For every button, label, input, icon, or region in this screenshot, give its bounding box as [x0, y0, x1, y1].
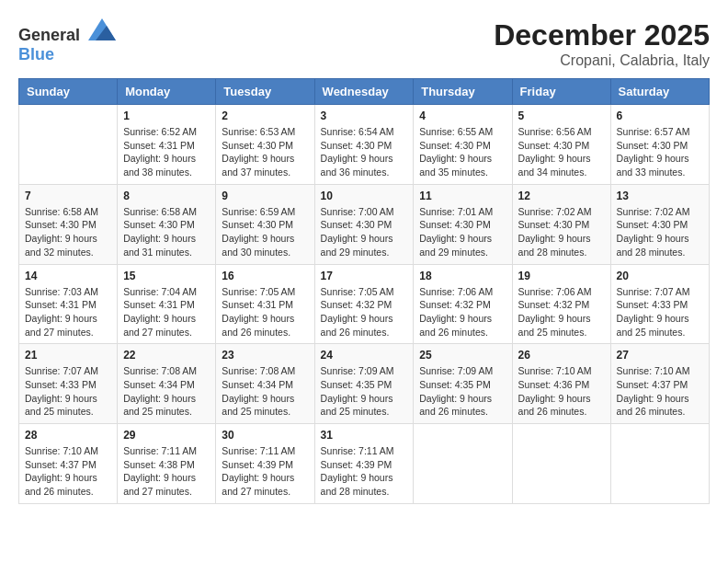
calendar-cell: 20Sunrise: 7:07 AMSunset: 4:33 PMDayligh…: [610, 264, 709, 344]
day-number: 17: [321, 270, 408, 282]
day-info: Sunrise: 7:02 AMSunset: 4:30 PMDaylight:…: [617, 205, 703, 259]
weekday-header-thursday: Thursday: [414, 79, 512, 105]
calendar-week-row: 21Sunrise: 7:07 AMSunset: 4:33 PMDayligh…: [19, 344, 710, 424]
calendar-cell: 2Sunrise: 6:53 AMSunset: 4:30 PMDaylight…: [216, 105, 314, 185]
calendar-cell: 13Sunrise: 7:02 AMSunset: 4:30 PMDayligh…: [610, 184, 709, 264]
calendar-cell: [19, 105, 118, 185]
day-info: Sunrise: 7:08 AMSunset: 4:34 PMDaylight:…: [222, 364, 308, 419]
day-number: 3: [321, 109, 408, 122]
day-number: 2: [222, 109, 308, 122]
day-number: 31: [321, 429, 408, 442]
day-info: Sunrise: 6:56 AMSunset: 4:30 PMDaylight:…: [518, 125, 605, 179]
day-info: Sunrise: 7:08 AMSunset: 4:34 PMDaylight:…: [123, 364, 210, 419]
day-number: 28: [25, 429, 111, 442]
calendar-cell: 30Sunrise: 7:11 AMSunset: 4:39 PMDayligh…: [216, 424, 314, 504]
day-info: Sunrise: 6:57 AMSunset: 4:30 PMDaylight:…: [617, 125, 703, 179]
calendar-cell: 17Sunrise: 7:05 AMSunset: 4:32 PMDayligh…: [314, 264, 414, 344]
day-number: 13: [617, 190, 703, 202]
day-number: 30: [222, 429, 308, 442]
logo-icon: [88, 18, 116, 40]
calendar-cell: 27Sunrise: 7:10 AMSunset: 4:37 PMDayligh…: [610, 344, 709, 424]
day-number: 8: [123, 190, 210, 202]
weekday-header-saturday: Saturday: [610, 79, 709, 105]
day-info: Sunrise: 7:11 AMSunset: 4:38 PMDaylight:…: [123, 444, 210, 499]
day-info: Sunrise: 7:03 AMSunset: 4:31 PMDaylight:…: [25, 285, 111, 339]
weekday-header-tuesday: Tuesday: [216, 79, 314, 105]
day-number: 27: [617, 349, 703, 362]
calendar-cell: 26Sunrise: 7:10 AMSunset: 4:36 PMDayligh…: [512, 344, 610, 424]
calendar-cell: 31Sunrise: 7:11 AMSunset: 4:39 PMDayligh…: [314, 424, 414, 504]
calendar-cell: 4Sunrise: 6:55 AMSunset: 4:30 PMDaylight…: [414, 105, 512, 185]
day-number: 11: [419, 190, 506, 202]
day-number: 16: [222, 270, 308, 282]
day-number: 20: [617, 270, 703, 282]
day-info: Sunrise: 6:55 AMSunset: 4:30 PMDaylight:…: [419, 125, 506, 179]
day-info: Sunrise: 6:54 AMSunset: 4:30 PMDaylight:…: [321, 125, 408, 179]
day-number: 9: [222, 190, 308, 202]
day-number: 19: [518, 270, 605, 282]
day-number: 14: [25, 270, 111, 282]
day-number: 24: [321, 349, 408, 362]
calendar-cell: 29Sunrise: 7:11 AMSunset: 4:38 PMDayligh…: [118, 424, 216, 504]
day-number: 26: [518, 349, 605, 362]
calendar-cell: 3Sunrise: 6:54 AMSunset: 4:30 PMDaylight…: [314, 105, 414, 185]
calendar-cell: 9Sunrise: 6:59 AMSunset: 4:30 PMDaylight…: [216, 184, 314, 264]
calendar-cell: 28Sunrise: 7:10 AMSunset: 4:37 PMDayligh…: [19, 424, 118, 504]
calendar-cell: [512, 424, 610, 504]
calendar-cell: 5Sunrise: 6:56 AMSunset: 4:30 PMDaylight…: [512, 105, 610, 185]
weekday-header-wednesday: Wednesday: [314, 79, 414, 105]
day-info: Sunrise: 7:11 AMSunset: 4:39 PMDaylight:…: [321, 444, 408, 499]
day-number: 21: [25, 349, 111, 362]
day-info: Sunrise: 7:10 AMSunset: 4:37 PMDaylight:…: [25, 444, 111, 499]
calendar-cell: 24Sunrise: 7:09 AMSunset: 4:35 PMDayligh…: [314, 344, 414, 424]
day-info: Sunrise: 6:53 AMSunset: 4:30 PMDaylight:…: [222, 125, 308, 179]
day-info: Sunrise: 6:59 AMSunset: 4:30 PMDaylight:…: [222, 205, 308, 259]
calendar-cell: 23Sunrise: 7:08 AMSunset: 4:34 PMDayligh…: [216, 344, 314, 424]
day-number: 6: [617, 109, 703, 122]
calendar-cell: [414, 424, 512, 504]
day-number: 4: [419, 109, 506, 122]
logo-general: General: [18, 26, 80, 44]
calendar-cell: 7Sunrise: 6:58 AMSunset: 4:30 PMDaylight…: [19, 184, 118, 264]
calendar-cell: 18Sunrise: 7:06 AMSunset: 4:32 PMDayligh…: [414, 264, 512, 344]
calendar-cell: 14Sunrise: 7:03 AMSunset: 4:31 PMDayligh…: [19, 264, 118, 344]
calendar-cell: 15Sunrise: 7:04 AMSunset: 4:31 PMDayligh…: [118, 264, 216, 344]
weekday-header-monday: Monday: [118, 79, 216, 105]
calendar-cell: 16Sunrise: 7:05 AMSunset: 4:31 PMDayligh…: [216, 264, 314, 344]
day-info: Sunrise: 6:58 AMSunset: 4:30 PMDaylight:…: [123, 205, 210, 259]
weekday-header-row: SundayMondayTuesdayWednesdayThursdayFrid…: [19, 79, 710, 105]
calendar-cell: 6Sunrise: 6:57 AMSunset: 4:30 PMDaylight…: [610, 105, 709, 185]
calendar-table: SundayMondayTuesdayWednesdayThursdayFrid…: [18, 78, 710, 504]
day-number: 7: [25, 190, 111, 202]
calendar-cell: 12Sunrise: 7:02 AMSunset: 4:30 PMDayligh…: [512, 184, 610, 264]
calendar-week-row: 28Sunrise: 7:10 AMSunset: 4:37 PMDayligh…: [19, 424, 710, 504]
day-number: 22: [123, 349, 210, 362]
day-info: Sunrise: 7:00 AMSunset: 4:30 PMDaylight:…: [321, 205, 408, 259]
day-number: 10: [321, 190, 408, 202]
day-number: 15: [123, 270, 210, 282]
day-number: 23: [222, 349, 308, 362]
day-info: Sunrise: 7:07 AMSunset: 4:33 PMDaylight:…: [25, 364, 111, 419]
calendar-cell: [610, 424, 709, 504]
day-info: Sunrise: 7:09 AMSunset: 4:35 PMDaylight:…: [419, 364, 506, 419]
weekday-header-friday: Friday: [512, 79, 610, 105]
day-number: 18: [419, 270, 506, 282]
day-info: Sunrise: 7:05 AMSunset: 4:32 PMDaylight:…: [321, 285, 408, 339]
day-number: 29: [123, 429, 210, 442]
calendar-week-row: 1Sunrise: 6:52 AMSunset: 4:31 PMDaylight…: [19, 105, 710, 185]
calendar-cell: 22Sunrise: 7:08 AMSunset: 4:34 PMDayligh…: [118, 344, 216, 424]
day-info: Sunrise: 7:04 AMSunset: 4:31 PMDaylight:…: [123, 285, 210, 339]
logo: General Blue: [18, 18, 116, 64]
day-number: 12: [518, 190, 605, 202]
day-info: Sunrise: 7:11 AMSunset: 4:39 PMDaylight:…: [222, 444, 308, 499]
page-header: General Blue December 2025 Cropani, Cala…: [18, 18, 710, 69]
calendar-week-row: 7Sunrise: 6:58 AMSunset: 4:30 PMDaylight…: [19, 184, 710, 264]
day-info: Sunrise: 7:06 AMSunset: 4:32 PMDaylight:…: [419, 285, 506, 339]
calendar-cell: 10Sunrise: 7:00 AMSunset: 4:30 PMDayligh…: [314, 184, 414, 264]
month-title: December 2025: [494, 18, 710, 52]
location-title: Cropani, Calabria, Italy: [494, 52, 710, 69]
day-info: Sunrise: 7:06 AMSunset: 4:32 PMDaylight:…: [518, 285, 605, 339]
calendar-week-row: 14Sunrise: 7:03 AMSunset: 4:31 PMDayligh…: [19, 264, 710, 344]
weekday-header-sunday: Sunday: [19, 79, 118, 105]
day-info: Sunrise: 7:02 AMSunset: 4:30 PMDaylight:…: [518, 205, 605, 259]
